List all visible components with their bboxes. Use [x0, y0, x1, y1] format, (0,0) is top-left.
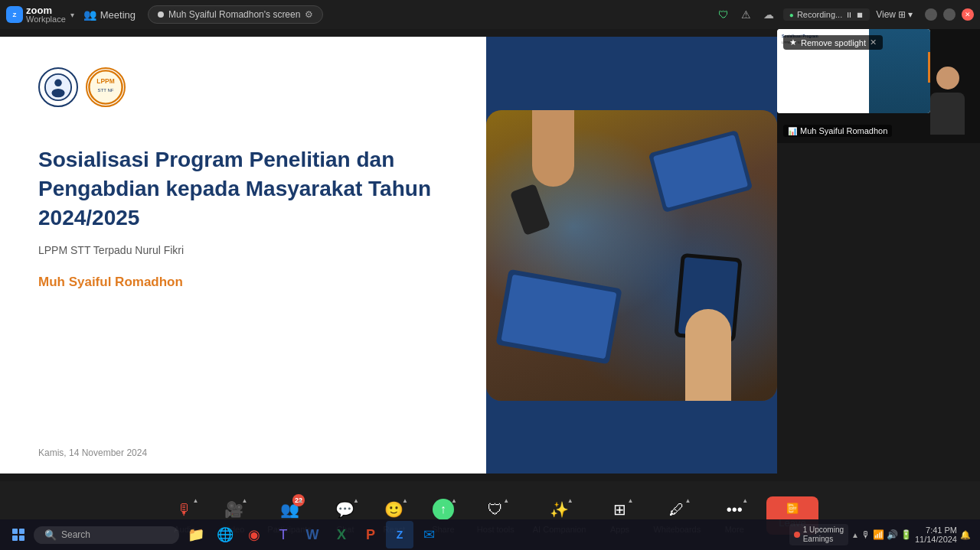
upcoming-badge[interactable]: 1 Upcoming Earnings: [789, 524, 848, 545]
zoom-taskbar-icon: Z: [397, 529, 403, 541]
zoom-logo: Z zoom Workplace: [6, 5, 66, 24]
host-tools-icon: 🛡: [488, 501, 503, 519]
recording-stop-icon[interactable]: ⏹: [856, 11, 864, 19]
system-tray: ▲ 🎙 📶 🔊 🔋: [851, 529, 912, 540]
chat-caret[interactable]: ▲: [353, 497, 359, 504]
notification-icon[interactable]: 🔔: [960, 530, 971, 540]
taskbar-zoom-app[interactable]: Z: [386, 521, 413, 548]
laptop-1: [648, 129, 753, 212]
zoom-logo-icon: Z: [6, 6, 23, 23]
minimize-button[interactable]: —: [925, 8, 937, 21]
search-label: Search: [61, 529, 90, 540]
svg-point-2: [51, 89, 64, 97]
search-icon: 🔍: [44, 529, 57, 541]
zoom-sub-name: Workplace: [26, 15, 66, 24]
recording-dot: ●: [789, 11, 794, 19]
share-caret[interactable]: ▲: [451, 497, 457, 504]
more-caret[interactable]: ▲: [742, 497, 748, 504]
screen-share-pill[interactable]: Muh Syaiful Romadhon's screen ⚙: [148, 5, 323, 24]
meeting-label-area: 👥 Meeting: [83, 8, 136, 21]
laptop-2: [495, 268, 622, 364]
edge-icon: 🌐: [217, 526, 234, 543]
whiteboards-caret[interactable]: ▲: [684, 497, 691, 504]
close-button[interactable]: ✕: [962, 8, 974, 21]
taskbar-apps: 📁 🌐 ◉ T W X P Z ✉: [182, 521, 443, 548]
speaker-icon[interactable]: 🔊: [887, 529, 898, 540]
participant-video: Sosialisasi Program LPPM STT NF ★ Remove…: [777, 29, 980, 143]
view-button[interactable]: View ⊞ ▾: [876, 9, 913, 20]
taskbar-excel-app[interactable]: X: [328, 521, 355, 548]
spotlight-close-icon[interactable]: ✕: [870, 37, 877, 47]
battery-icon[interactable]: 🔋: [900, 529, 912, 540]
taskbar-time[interactable]: 7:41 PM 11/14/2024: [915, 526, 957, 544]
win-logo-icon: [12, 529, 24, 541]
more-icon-wrap: ••• ▲: [722, 497, 746, 522]
more-icon: •••: [727, 501, 743, 519]
host-tools-icon-wrap: 🛡 ▲: [483, 497, 508, 522]
upcoming-line2: Earnings: [803, 535, 844, 544]
taskbar-teams-app[interactable]: T: [270, 521, 297, 548]
participant-figure: [923, 67, 972, 143]
taskbar-outlook-app[interactable]: ✉: [415, 521, 443, 548]
meeting-label: Meeting: [100, 9, 136, 21]
presentation-area: LPPM STT NF Sosialisasi Program Peneliti…: [0, 29, 777, 481]
upcoming-dot: [794, 532, 800, 538]
host-caret[interactable]: ▲: [503, 497, 509, 504]
taskbar-explorer-app[interactable]: 📁: [182, 521, 210, 548]
react-icon-wrap: 🙂 ▲: [382, 497, 407, 522]
audio-caret[interactable]: ▲: [192, 497, 198, 504]
audio-icon: 🎙: [177, 501, 192, 519]
view-label: View: [876, 9, 896, 20]
react-caret[interactable]: ▲: [402, 497, 408, 504]
top-bar: Z zoom Workplace ▾ 👥 Meeting Muh Syaiful…: [0, 0, 980, 29]
recording-label: Recording...: [797, 10, 842, 19]
recording-pause-icon[interactable]: ⏸: [845, 11, 853, 19]
apps-icon: ⊞: [613, 500, 626, 519]
whiteboards-icon: 🖊: [669, 501, 684, 519]
maximize-button[interactable]: □: [943, 8, 956, 21]
ai-caret[interactable]: ▲: [567, 497, 573, 504]
participants-icon-wrap: 👥 22 ▲: [277, 497, 302, 522]
share-icon-wrap: ↑ ▲: [431, 497, 456, 522]
win-start-button[interactable]: [3, 519, 34, 550]
taskbar-word-app[interactable]: W: [299, 521, 326, 548]
taskbar-chrome-app[interactable]: ◉: [240, 521, 268, 548]
mic-tray-icon[interactable]: 🎙: [861, 529, 871, 540]
main-area: LPPM STT NF Sosialisasi Program Peneliti…: [0, 29, 980, 481]
video-icon: 🎥: [224, 500, 243, 519]
ppt-icon: P: [366, 527, 375, 543]
video-icon-wrap: 🎥 ▲: [221, 497, 246, 522]
taskbar-edge-app[interactable]: 🌐: [211, 521, 239, 548]
top-bar-right: 🛡 ⚠ ☁ ● Recording... ⏸ ⏹ View ⊞ ▾ — □ ✕: [715, 7, 974, 22]
slide-institution: LPPM STT Terpadu Nurul Fikri: [38, 244, 456, 256]
wifi-icon[interactable]: 📶: [873, 529, 884, 540]
screen-share-label: Muh Syaiful Romadhon's screen: [168, 9, 300, 20]
apps-caret[interactable]: ▲: [628, 497, 634, 504]
upcoming-line1: 1 Upcoming: [803, 526, 844, 535]
video-caret[interactable]: ▲: [241, 497, 247, 504]
participants-caret[interactable]: ▲: [297, 497, 303, 504]
svg-text:LPPM: LPPM: [96, 77, 114, 85]
slide-logos: LPPM STT NF: [38, 67, 456, 107]
svg-point-1: [54, 80, 62, 87]
react-icon: 🙂: [384, 500, 403, 519]
audio-icon-wrap: 🎙 ▲: [172, 497, 197, 522]
slide-date: Kamis, 14 November 2024: [38, 447, 147, 458]
taskbar-ppt-app[interactable]: P: [357, 521, 384, 548]
person-hand-bottom: [685, 309, 731, 401]
spotlight-banner[interactable]: ★ Remove spotlight ✕: [783, 35, 883, 50]
explorer-icon: 📁: [188, 526, 204, 543]
app-dropdown-chevron[interactable]: ▾: [70, 11, 74, 19]
taskbar-search[interactable]: 🔍 Search: [34, 526, 179, 544]
outlook-icon: ✉: [423, 526, 435, 543]
spotlight-label: Remove spotlight: [801, 38, 866, 47]
window-controls: — □ ✕: [925, 8, 974, 21]
whiteboards-icon-wrap: 🖊 ▲: [665, 497, 689, 522]
tray-up-arrow[interactable]: ▲: [851, 531, 859, 539]
svg-text:STT NF: STT NF: [98, 88, 114, 93]
spotlight-star-icon: ★: [789, 37, 797, 47]
slide-right-panel: ✛: [486, 37, 777, 474]
share-settings-icon[interactable]: ⚙: [305, 9, 313, 20]
taskbar-right: 1 Upcoming Earnings ▲ 🎙 📶 🔊 🔋 7:41 PM 11…: [789, 524, 977, 545]
teams-icon: T: [279, 527, 288, 543]
